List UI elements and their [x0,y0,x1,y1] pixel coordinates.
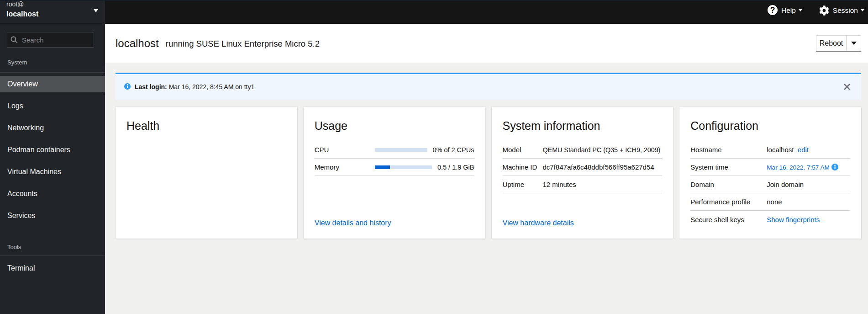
svg-text:?: ? [770,5,775,15]
